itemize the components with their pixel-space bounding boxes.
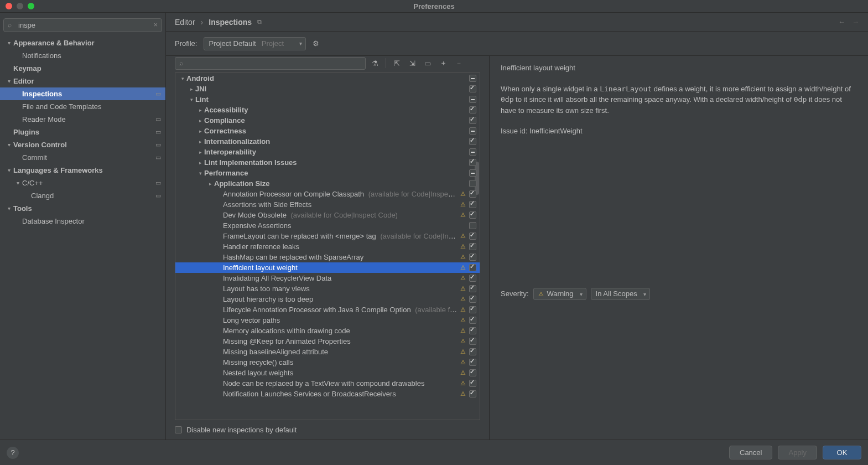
- inspection-checkbox[interactable]: [469, 327, 476, 334]
- inspection-item[interactable]: Assertions with Side Effects⚠: [175, 199, 480, 210]
- inspection-checkbox[interactable]: [469, 380, 476, 387]
- inspection-item[interactable]: ▸JNI: [175, 84, 480, 94]
- sidebar-item[interactable]: File and Code Templates: [0, 100, 165, 113]
- inspection-item[interactable]: Missing @Keep for Animated Properties⚠: [175, 336, 480, 347]
- inspection-item[interactable]: ▾Android: [175, 73, 480, 84]
- scope-dropdown[interactable]: In All Scopes: [591, 288, 650, 300]
- inspection-item[interactable]: Annotation Processor on Compile Classpat…: [175, 189, 480, 199]
- inspection-item[interactable]: ▸Compliance: [175, 115, 480, 126]
- back-icon[interactable]: ←: [838, 18, 845, 26]
- checkbox-mixed[interactable]: [469, 169, 476, 177]
- inspection-item[interactable]: ▸Interoperability: [175, 147, 480, 157]
- inspection-item[interactable]: ▾Lint: [175, 94, 480, 105]
- sidebar-item[interactable]: Plugins▭: [0, 126, 165, 138]
- inspection-item[interactable]: Handler reference leaks⚠: [175, 241, 480, 252]
- inspection-item[interactable]: Node can be replaced by a TextView with …: [175, 378, 480, 389]
- inspection-checkbox[interactable]: [469, 232, 476, 240]
- profile-dropdown[interactable]: Project Default Project: [204, 37, 306, 50]
- inspection-checkbox[interactable]: [469, 338, 476, 345]
- inspection-checkbox[interactable]: [469, 390, 476, 397]
- inspection-checkbox[interactable]: [469, 190, 476, 198]
- checkbox-mixed[interactable]: [469, 148, 476, 156]
- sidebar-item[interactable]: ▾C/C++▭: [0, 177, 165, 189]
- clear-icon[interactable]: ×: [153, 20, 158, 29]
- sidebar-item[interactable]: Commit▭: [0, 151, 165, 164]
- sidebar-item[interactable]: Reader Mode▭: [0, 113, 165, 126]
- sidebar-item[interactable]: ▾Appearance & Behavior: [0, 37, 165, 49]
- inspection-item[interactable]: Invalidating All RecyclerView Data⚠: [175, 273, 480, 283]
- inspection-checkbox[interactable]: [469, 306, 476, 313]
- inspection-checkbox[interactable]: [469, 359, 476, 366]
- inspection-item[interactable]: ▾Performance: [175, 168, 480, 178]
- inspection-item[interactable]: Inefficient layout weight⚠: [175, 262, 480, 273]
- apply-button[interactable]: Apply: [778, 446, 817, 459]
- settings-tree[interactable]: ▾Appearance & BehaviorNotificationsKeyma…: [0, 37, 165, 440]
- inspection-item[interactable]: Memory allocations within drawing code⚠: [175, 326, 480, 336]
- disable-new-checkbox[interactable]: [175, 426, 182, 433]
- checkbox-mixed[interactable]: [469, 75, 476, 82]
- inspection-item[interactable]: Lifecycle Annotation Processor with Java…: [175, 304, 480, 315]
- sidebar-item[interactable]: Clangd▭: [0, 189, 165, 202]
- inspection-item[interactable]: Missing recycle() calls⚠: [175, 357, 480, 368]
- filter-icon[interactable]: ⚗: [369, 57, 381, 69]
- inspection-checkbox[interactable]: [469, 317, 476, 324]
- inspection-checkbox[interactable]: [469, 275, 476, 282]
- inspection-tree[interactable]: ▾Android▸JNI▾Lint▸Accessibility▸Complian…: [175, 73, 480, 420]
- inspection-item[interactable]: Layout has too many views⚠: [175, 283, 480, 294]
- inspection-item[interactable]: FrameLayout can be replaced with <merge>…: [175, 231, 480, 241]
- inspection-checkbox[interactable]: [469, 117, 476, 124]
- inspection-checkbox[interactable]: [469, 222, 476, 229]
- inspection-item[interactable]: Missing baselineAligned attribute⚠: [175, 347, 480, 357]
- close-icon[interactable]: [6, 3, 12, 9]
- inspection-checkbox[interactable]: [469, 159, 476, 166]
- inspection-checkbox[interactable]: [469, 254, 476, 261]
- inspection-item[interactable]: ▸Application Size: [175, 178, 480, 189]
- minimize-icon[interactable]: [17, 3, 23, 9]
- inspection-item[interactable]: Notification Launches Services or Broadc…: [175, 389, 480, 399]
- inspection-item[interactable]: Nested layout weights⚠: [175, 368, 480, 378]
- breadcrumb-part[interactable]: Editor: [175, 18, 195, 27]
- inspection-checkbox[interactable]: [469, 348, 476, 355]
- inspection-checkbox[interactable]: [469, 369, 476, 376]
- inspection-item[interactable]: Layout hierarchy is too deep⚠: [175, 294, 480, 304]
- sidebar-item[interactable]: ▾Languages & Frameworks: [0, 164, 165, 177]
- inspection-checkbox[interactable]: [469, 243, 476, 250]
- inspection-item[interactable]: ▸Accessibility: [175, 105, 480, 115]
- inspection-checkbox[interactable]: [469, 201, 476, 208]
- collapse-all-icon[interactable]: ⇲: [406, 57, 418, 69]
- severity-dropdown[interactable]: ⚠ Warning: [533, 288, 586, 300]
- sidebar-item[interactable]: Keymap: [0, 62, 165, 75]
- ok-button[interactable]: OK: [823, 446, 861, 459]
- scrollbar-thumb[interactable]: [475, 162, 479, 195]
- add-icon[interactable]: ＋: [437, 57, 449, 69]
- sidebar-item[interactable]: Database Inspector: [0, 215, 165, 228]
- inspection-search[interactable]: ⌕: [175, 57, 366, 70]
- inspection-item[interactable]: ▸Correctness: [175, 126, 480, 136]
- remove-icon[interactable]: －: [453, 57, 465, 69]
- inspection-checkbox[interactable]: [469, 106, 476, 113]
- maximize-icon[interactable]: [28, 3, 34, 9]
- inspection-checkbox[interactable]: [469, 211, 476, 219]
- cancel-button[interactable]: Cancel: [729, 446, 772, 459]
- settings-search-input[interactable]: [3, 18, 162, 32]
- expand-all-icon[interactable]: ⇱: [391, 57, 403, 69]
- sidebar-item[interactable]: Notifications: [0, 49, 165, 62]
- checkbox-mixed[interactable]: [469, 127, 476, 135]
- inspection-checkbox[interactable]: [469, 85, 476, 92]
- inspection-checkbox[interactable]: [469, 264, 476, 271]
- inspection-item[interactable]: Long vector paths⚠: [175, 315, 480, 326]
- checkbox-mixed[interactable]: [469, 96, 476, 103]
- inspection-search-input[interactable]: [175, 57, 366, 70]
- inspection-item[interactable]: HashMap can be replaced with SparseArray…: [175, 252, 480, 262]
- reset-icon[interactable]: ▭: [422, 57, 434, 69]
- inspection-checkbox[interactable]: [469, 285, 476, 292]
- settings-search[interactable]: ⌕ ×: [3, 18, 162, 32]
- sidebar-item[interactable]: ▾Tools: [0, 202, 165, 215]
- inspection-item[interactable]: ▸Internationalization: [175, 136, 480, 147]
- inspection-item[interactable]: ▸Lint Implementation Issues: [175, 157, 480, 168]
- inspection-checkbox[interactable]: [469, 296, 476, 303]
- inspection-checkbox[interactable]: [469, 180, 476, 187]
- sidebar-item[interactable]: ▾Editor: [0, 75, 165, 87]
- gear-icon[interactable]: ⚙: [313, 39, 319, 48]
- inspection-item[interactable]: Dev Mode Obsolete (available for Code|In…: [175, 210, 480, 220]
